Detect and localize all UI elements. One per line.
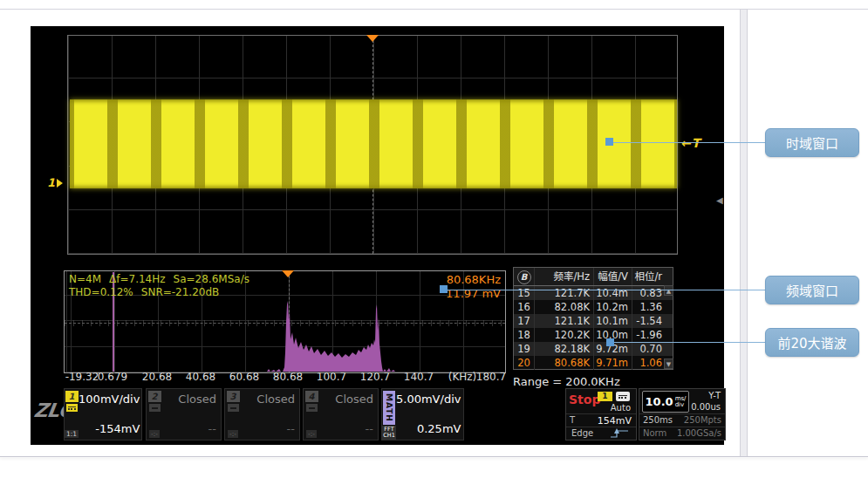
harmonic-row[interactable]: 18 120.2K 10.0m -1.96 <box>514 328 673 342</box>
col-frequency: 频率/Hz <box>535 268 594 285</box>
rising-edge-icon <box>610 428 629 439</box>
math-mode-badge: FFT CH1 <box>382 426 396 440</box>
channel3-status-box[interactable]: 3 -:- Closed -- <box>224 388 300 440</box>
callout-line-time <box>613 142 765 143</box>
math-status-box[interactable]: MATH FFT CH1 5.00mV/div 0.25mV <box>381 388 464 440</box>
channel2-status-box[interactable]: 2 -:- Closed -- <box>146 388 222 440</box>
acquisition-mode: Norm <box>643 428 666 438</box>
harmonic-row-selected[interactable]: 20 80.68K 9.71m 1.06 <box>514 356 673 370</box>
axis-tick: 120.7 <box>360 371 390 383</box>
col-phase: 相位/r <box>632 268 666 285</box>
probe-ratio: -:- <box>306 430 317 438</box>
callout-time-window: 时域窗口 <box>765 128 859 157</box>
channel1-status-box[interactable]: 1 1:1 100mV/div -154mV <box>64 388 142 440</box>
harmonics-table: B 频率/Hz 幅值/V 相位/r 15 121.7K 10.4m 0.83 1… <box>513 267 673 370</box>
harmonic-row[interactable]: 19 82.18K 9.72m 0.70 <box>514 342 673 356</box>
trigger-level-value: 154mV <box>598 415 632 427</box>
table-scroll-up-icon[interactable]: ▲ <box>664 285 673 296</box>
ch2-offset: -- <box>162 422 216 435</box>
fft-resolution: Δf=7.14Hz <box>109 273 166 285</box>
page-right-scroll-strip[interactable] <box>740 10 748 456</box>
ch2-status: Closed <box>162 393 216 406</box>
channel1-badge: 1 <box>65 391 79 402</box>
trigger-level-marker[interactable]: ←T <box>681 136 700 150</box>
capture-window: 250ms <box>643 415 673 425</box>
fft-samplerate: Sa=28.6MSa/s <box>174 273 249 285</box>
timebase-scale: 10.0 <box>646 395 673 408</box>
callout-marker-freq <box>440 285 448 293</box>
harmonic-row[interactable]: 17 121.1K 10.1m -1.54 <box>514 314 673 328</box>
ch3-status: Closed <box>241 393 295 406</box>
axis-tick: 20.68 <box>142 371 172 383</box>
axis-tick: -19.32 <box>65 371 99 383</box>
menu-collapse-icon[interactable]: ◀ <box>716 195 723 205</box>
fft-cursor-readout: 80.68KHz 11.97 mV <box>446 273 501 301</box>
timebase-scale-box[interactable]: 10.0 ms/ div <box>642 391 689 413</box>
sample-rate: 1.00GSa/s <box>677 428 721 438</box>
callout-line-freq <box>448 290 765 290</box>
probe-ratio: -:- <box>149 430 160 438</box>
fft-range-label: Range = 200.0KHz <box>513 375 620 388</box>
axis-tick: 100.7 <box>317 371 346 383</box>
ch1-waveform-trace <box>70 99 677 188</box>
fft-points: N=4M <box>69 273 101 285</box>
fft-snr: SNR=-21.20dB <box>141 286 220 298</box>
trigger-type: Edge <box>571 428 593 438</box>
timebase-panel[interactable]: 10.0 ms/ div Y-T 0.00us 250ms 250Mpts No… <box>639 388 726 440</box>
memory-depth: 250Mpts <box>684 415 721 425</box>
probe-ratio: 1:1 <box>65 430 79 438</box>
callout-marker-time <box>605 138 613 146</box>
ch1-volts-per-div: 100mV/div <box>79 393 140 406</box>
axis-tick: 40.68 <box>186 371 215 383</box>
harmonics-table-header: B 频率/Hz 幅值/V 相位/r <box>514 268 673 286</box>
axis-tick: 80.68 <box>273 371 303 383</box>
left-arrow-icon: ← <box>681 136 692 150</box>
ch1-ground-marker[interactable]: 1 <box>47 176 63 189</box>
math-badge: MATH <box>383 391 395 425</box>
time-domain-window <box>67 35 678 255</box>
fft-measurements: N=4MΔf=7.14HzSa=28.6MSa/s THD=0.12%SNR=-… <box>69 273 257 299</box>
ch1-marker-arrow-icon <box>57 179 63 188</box>
trigger-level-label: T <box>570 415 575 425</box>
dc-coupling-icon <box>66 404 78 412</box>
harmonics-b-icon: B <box>517 270 531 284</box>
fft-frequency-axis: -19.32 0.679 20.68 40.68 60.68 80.68 100… <box>64 371 506 385</box>
ch3-offset: -- <box>241 422 295 435</box>
ch4-status: Closed <box>319 393 373 406</box>
channel2-badge: 2 <box>148 391 161 402</box>
oscilloscope-screenshot: 1 ←T ◀ N=4MΔf=7.14HzSa=28.6MSa/s THD=0.1… <box>31 26 724 445</box>
callout-line-harmonics <box>614 342 765 343</box>
fft-center-marker-icon[interactable] <box>282 270 294 277</box>
trigger-delay: 0.00us <box>691 402 721 412</box>
axis-tick: 180.7 <box>476 371 506 383</box>
axis-tick: 0.679 <box>98 371 127 383</box>
trigger-source-badge: 1 <box>598 392 612 401</box>
page-top-divider <box>0 9 868 10</box>
callout-freq-window: 频域窗口 <box>765 276 859 304</box>
page: 1 ←T ◀ N=4MΔf=7.14HzSa=28.6MSa/s THD=0.1… <box>0 0 868 478</box>
harmonic-row[interactable]: 15 121.7K 10.4m 0.83 <box>514 286 673 300</box>
probe-ratio: -:- <box>228 430 238 438</box>
ch4-offset: -- <box>319 422 373 435</box>
table-scroll-down-icon[interactable]: ▼ <box>664 358 673 369</box>
coupling-off-icon <box>306 404 318 412</box>
ch1-offset: -154mV <box>79 422 140 435</box>
harmonic-row[interactable]: 16 82.08K 10.2m 1.36 <box>514 300 673 314</box>
coupling-off-icon <box>149 404 161 412</box>
axis-tick: 140.7 <box>404 371 434 383</box>
callout-harmonics: 前20大谐波 <box>765 328 859 357</box>
channel4-badge: 4 <box>305 391 318 402</box>
trigger-mode: Auto <box>611 403 631 413</box>
trigger-position-icon[interactable] <box>366 35 379 42</box>
coupling-off-icon <box>228 404 239 412</box>
math-volts-per-div: 5.00mV/div <box>396 393 461 406</box>
display-mode: Y-T <box>708 391 721 400</box>
fft-thd: THD=0.12% <box>69 286 133 298</box>
math-offset: 0.25mV <box>396 422 461 435</box>
trigger-coupling-icon <box>616 392 630 401</box>
callout-marker-harmonics <box>606 338 614 346</box>
channel3-badge: 3 <box>227 391 240 402</box>
run-state: Stop <box>569 393 600 406</box>
trigger-status-panel[interactable]: Stop 1 Auto T 154mV Edge <box>565 388 637 440</box>
channel4-status-box[interactable]: 4 -:- Closed -- <box>303 388 379 440</box>
